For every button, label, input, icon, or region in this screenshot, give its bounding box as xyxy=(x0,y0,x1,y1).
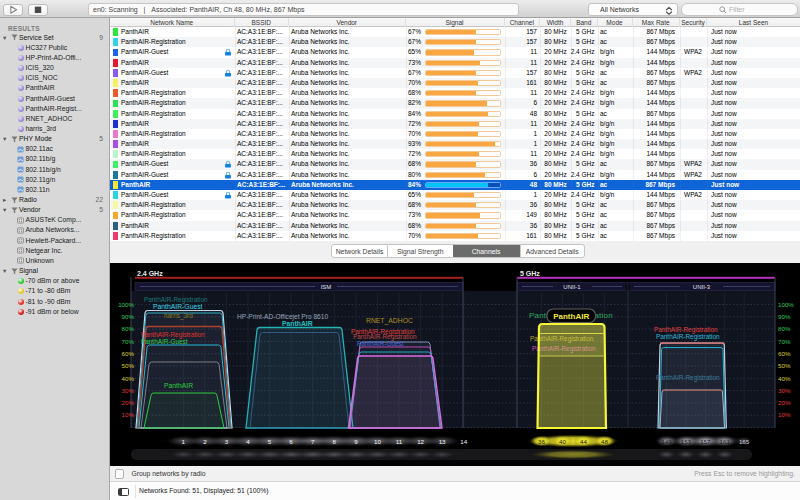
svg-text:13: 13 xyxy=(439,438,446,445)
svg-text:harris_3rd: harris_3rd xyxy=(164,312,193,320)
svg-text:ISM: ISM xyxy=(321,284,332,290)
svg-text:40: 40 xyxy=(559,438,566,445)
svg-text:50%: 50% xyxy=(778,362,791,369)
svg-text:165: 165 xyxy=(739,438,750,445)
svg-text:UNII-1: UNII-1 xyxy=(563,284,581,290)
svg-text:4: 4 xyxy=(246,438,250,445)
svg-text:PanthAIR: PanthAIR xyxy=(164,382,193,389)
svg-text:12: 12 xyxy=(417,438,424,445)
svg-text:44: 44 xyxy=(580,438,587,445)
svg-text:70%: 70% xyxy=(122,338,135,345)
svg-text:40%: 40% xyxy=(778,375,791,382)
svg-text:60%: 60% xyxy=(122,350,135,357)
svg-text:8: 8 xyxy=(333,438,337,445)
svg-text:PanthAIR: PanthAIR xyxy=(553,312,589,321)
svg-text:PanthAIR-Guest: PanthAIR-Guest xyxy=(357,340,404,347)
svg-text:10%: 10% xyxy=(122,411,135,418)
svg-text:80%: 80% xyxy=(778,325,791,332)
svg-text:100%: 100% xyxy=(118,301,134,308)
svg-text:40%: 40% xyxy=(122,375,135,382)
svg-text:30%: 30% xyxy=(778,387,791,394)
svg-text:10%: 10% xyxy=(778,411,791,418)
svg-text:10: 10 xyxy=(374,438,381,445)
svg-text:100%: 100% xyxy=(778,301,794,308)
svg-text:153: 153 xyxy=(681,438,692,445)
svg-text:20%: 20% xyxy=(122,399,135,406)
svg-text:30%: 30% xyxy=(122,387,135,394)
svg-text:149: 149 xyxy=(661,438,672,445)
svg-text:2: 2 xyxy=(203,438,207,445)
svg-text:36: 36 xyxy=(538,438,545,445)
svg-text:3: 3 xyxy=(225,438,229,445)
svg-text:PanthAIR: PanthAIR xyxy=(282,320,313,327)
svg-text:20%: 20% xyxy=(778,399,791,406)
svg-text:11: 11 xyxy=(396,438,403,445)
svg-text:50%: 50% xyxy=(122,362,135,369)
svg-text:PanthAIR-Registration: PanthAIR-Registration xyxy=(656,333,720,341)
svg-text:5: 5 xyxy=(268,438,272,445)
svg-text:161: 161 xyxy=(720,438,731,445)
svg-text:90%: 90% xyxy=(122,313,135,320)
svg-text:PanthAIR-Guest: PanthAIR-Guest xyxy=(153,303,203,310)
svg-text:70%: 70% xyxy=(778,338,791,345)
svg-text:5 GHz: 5 GHz xyxy=(520,270,540,277)
svg-text:9: 9 xyxy=(354,438,358,445)
svg-text:80%: 80% xyxy=(122,325,135,332)
svg-text:RNET_ADHOC: RNET_ADHOC xyxy=(366,317,413,325)
svg-text:6: 6 xyxy=(289,438,293,445)
svg-text:7: 7 xyxy=(311,438,315,445)
svg-text:14: 14 xyxy=(460,438,467,445)
svg-text:1: 1 xyxy=(182,438,186,445)
svg-text:157: 157 xyxy=(700,438,711,445)
svg-text:UNII-3: UNII-3 xyxy=(693,284,711,290)
svg-text:90%: 90% xyxy=(778,313,791,320)
svg-text:60%: 60% xyxy=(778,350,791,357)
svg-text:2.4 GHz: 2.4 GHz xyxy=(137,270,163,277)
svg-text:PanthAIR-Registration: PanthAIR-Registration xyxy=(656,374,720,382)
svg-text:48: 48 xyxy=(601,438,608,445)
svg-text:PanthAIR-Guest: PanthAIR-Guest xyxy=(141,338,188,345)
